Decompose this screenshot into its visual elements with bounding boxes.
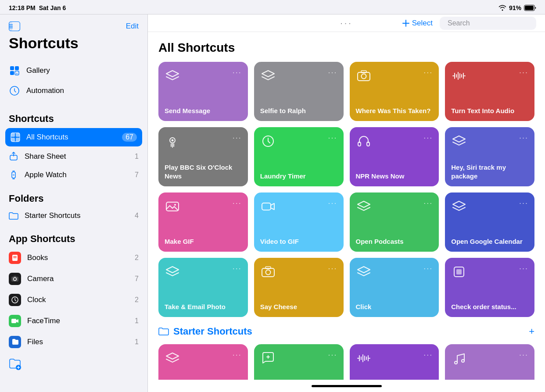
sidebar-item-files[interactable]: Files 1 [0,331,147,353]
shortcut-card-top: ··· [356,264,433,280]
date: Sat Jan 6 [39,4,66,11]
svg-rect-16 [11,138,15,142]
starter-shortcuts-header: Starter Shortcuts + [158,326,534,337]
sidebar-item-apple-watch[interactable]: Apple Watch 7 [0,166,147,184]
shortcut-menu-button[interactable]: ··· [519,68,528,77]
shortcut-card-check-order-status[interactable]: ··· Check order status... [445,258,534,317]
sidebar-title: Shortcuts [9,35,79,51]
plus-select-button[interactable]: Select [402,19,433,28]
shortcut-card-npr-news-now[interactable]: ··· NPR News Now [350,127,439,186]
shortcut-icon [451,199,467,214]
shortcut-menu-button[interactable]: ··· [328,199,337,208]
shortcut-label: Laundry Timer [260,172,337,181]
shortcut-menu-button[interactable]: ··· [423,68,433,77]
shortcut-card-top: ··· [260,264,337,280]
shortcut-menu-button[interactable]: ··· [233,68,242,77]
search-input[interactable] [448,19,535,27]
shortcut-card-send-message[interactable]: ··· Send Message [158,62,248,121]
shortcut-icon [260,199,276,214]
shortcut-menu-button[interactable]: ··· [519,133,528,143]
home-indicator [148,380,545,392]
shortcut-card-top: ··· [451,264,528,280]
shortcut-menu-button[interactable]: ··· [519,264,528,273]
sidebar-item-clock[interactable]: Clock 2 [0,289,147,310]
select-label: Select [412,19,433,28]
shortcut-card-video-to-gif[interactable]: ··· Video to GIF [254,192,344,252]
svg-rect-43 [262,203,271,210]
shortcut-card-take-email-photo[interactable]: ··· Take & Email Photo [158,258,248,317]
sidebar-toggle-icon[interactable] [9,21,20,31]
shortcut-label: Say Cheese [260,303,337,311]
shortcut-card-laundry-timer[interactable]: ··· Laundry Timer [254,127,344,186]
shortcut-card-selfie-to-ralph[interactable]: ··· Selfie to Ralph [254,62,344,121]
shortcut-icon [165,133,180,149]
wifi-icon [498,5,506,11]
shortcut-card-open-podcasts[interactable]: ··· Open Podcasts [350,192,439,252]
shortcut-label: Video to GIF [260,237,337,246]
share-sheet-label: Share Sheet [25,152,66,161]
shortcut-card-make-gif[interactable]: ··· Make GIF [158,192,248,252]
shortcut-menu-button[interactable]: ··· [233,133,242,143]
shortcut-card-play-bbc[interactable]: ··· Play BBC Six O'Clock News [158,127,248,186]
shortcut-icon [260,133,276,149]
sidebar-item-gallery[interactable]: + Gallery [0,61,147,81]
all-shortcuts-count: 67 [122,133,137,142]
starter-shortcuts-label: Starter Shortcuts [25,211,81,220]
shortcut-card-open-google-calendar[interactable]: ··· Open Google Calendar [445,192,534,252]
shortcut-menu-button[interactable]: ··· [519,350,528,360]
shortcut-menu-button[interactable]: ··· [328,68,337,77]
search-bar[interactable] [440,17,536,30]
automation-label: Automation [26,86,64,95]
sidebar-item-all-shortcuts[interactable]: All Shortcuts 67 [5,128,142,146]
sidebar-item-share-sheet[interactable]: Share Sheet 1 [0,147,147,166]
shortcut-menu-button[interactable]: ··· [423,264,433,273]
shortcut-card-where-was-this-taken[interactable]: ··· Where Was This Taken? [350,62,439,121]
shortcuts-section-header: Shortcuts [0,104,147,127]
svg-rect-9 [10,71,14,75]
shortcut-icon [356,133,372,149]
shortcut-menu-button[interactable]: ··· [423,350,433,360]
shortcut-card-top: ··· [356,350,433,366]
starter-shortcuts-count: 4 [135,212,139,220]
shortcut-label: Hey, Siri track my package [451,163,528,180]
shortcut-icon [356,68,372,84]
sidebar-item-automation[interactable]: Automation [0,81,147,101]
shortcut-menu-button[interactable]: ··· [328,350,337,360]
shortcut-menu-button[interactable]: ··· [233,264,242,273]
shortcut-card-turn-text-into-audio[interactable]: ··· Turn Text Into Audio [445,62,534,121]
files-count: 1 [135,338,139,346]
edit-button[interactable]: Edit [126,22,139,31]
starter-plus-button[interactable]: + [529,326,534,337]
sidebar-item-facetime[interactable]: FaceTime 1 [0,310,147,331]
gallery-icon: + [9,65,20,76]
shortcut-menu-button[interactable]: ··· [328,264,337,273]
add-folder-button[interactable] [0,353,147,375]
shortcut-icon [356,264,372,280]
shortcut-menu-button[interactable]: ··· [328,133,337,143]
shortcut-icon [165,68,180,84]
gallery-label: Gallery [26,66,50,75]
sidebar-item-starter-shortcuts[interactable]: Starter Shortcuts 4 [0,207,147,225]
facetime-app-icon [9,315,21,327]
shortcut-menu-button[interactable]: ··· [233,199,242,208]
svg-point-50 [462,360,464,362]
shortcut-card-hey-siri-track[interactable]: ··· Hey, Siri track my package [445,127,534,186]
shortcut-icon [165,350,180,366]
shortcut-menu-button[interactable]: ··· [423,199,433,208]
status-bar: 12:18 PM Sat Jan 6 91% [0,0,545,14]
shortcut-menu-button[interactable]: ··· [519,199,528,208]
shortcut-card-top: ··· [260,68,337,84]
shortcut-label: Open Podcasts [356,237,433,246]
shortcut-menu-button[interactable]: ··· [423,133,433,143]
sidebar-item-camera[interactable]: Camera 7 [0,268,147,289]
starter-shortcuts-title: Starter Shortcuts [158,326,252,337]
svg-rect-1 [525,6,534,10]
shortcut-menu-button[interactable]: ··· [233,350,242,360]
shortcut-icon [260,264,276,280]
shortcut-card-say-cheese[interactable]: ··· Say Cheese [254,258,344,317]
svg-rect-17 [16,138,20,142]
shortcut-card-click[interactable]: ··· Click [350,258,439,317]
sidebar-item-books[interactable]: Books 2 [0,247,147,268]
books-app-icon [9,252,21,264]
shortcut-card-top: ··· [260,199,337,214]
